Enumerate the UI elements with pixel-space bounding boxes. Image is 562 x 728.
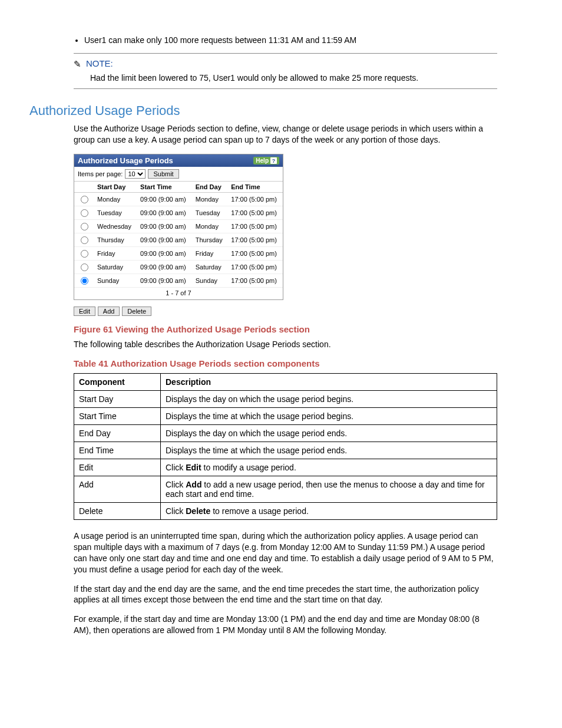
col-end-day: End Day [192, 182, 227, 193]
add-button[interactable]: Add [98, 307, 120, 316]
cell: Tuesday [94, 206, 137, 220]
cell: 09:00 (9:00 am) [137, 193, 192, 206]
help-link[interactable]: Help ? [253, 157, 279, 164]
cell: Thursday [192, 233, 227, 247]
cell: 09:00 (9:00 am) [137, 206, 192, 220]
intro-paragraph: Use the Authorize Usage Periods section … [74, 123, 497, 146]
component-cell: Start Time [74, 407, 161, 424]
items-per-page-select[interactable]: 10 [125, 169, 146, 179]
note-body: Had the limit been lowered to 75, User1 … [90, 73, 497, 83]
note-label: NOTE: [86, 58, 113, 68]
component-cell: Add [74, 476, 161, 502]
cell: 17:00 (5:00 pm) [227, 261, 283, 274]
description-cell: Click Add to add a new usage period, the… [161, 476, 497, 502]
help-icon: ? [270, 157, 277, 164]
table-row: End DayDisplays the day on which the usa… [74, 424, 497, 442]
paragraph-1: A usage period is an uninterrupted time … [74, 531, 497, 575]
cell: Monday [94, 193, 137, 206]
table-row: Monday09:00 (9:00 am)Monday17:00 (5:00 p… [74, 193, 283, 206]
widget-actions: Edit Add Delete [74, 306, 497, 316]
col-description: Description [161, 373, 497, 390]
component-cell: Delete [74, 502, 161, 519]
paragraph-3: For example, if the start day and time a… [74, 614, 497, 636]
cell: 09:00 (9:00 am) [137, 233, 192, 247]
widget-toolbar: Items per page: 10 Submit [74, 167, 283, 182]
table-row: AddClick Add to add a new usage period, … [74, 476, 497, 502]
usage-periods-table: Start Day Start Time End Day End Time Mo… [74, 182, 283, 288]
cell: 17:00 (5:00 pm) [227, 233, 283, 247]
following-paragraph: The following table describes the Author… [74, 339, 497, 350]
component-cell: End Day [74, 424, 161, 442]
description-cell: Click Edit to modify a usage period. [161, 459, 497, 476]
note-block: ✎ NOTE: Had the limit been lowered to 75… [74, 53, 497, 89]
table-row: Wednesday09:00 (9:00 am)Monday17:00 (5:0… [74, 220, 283, 233]
table-caption: Table 41 Authorization Usage Periods sec… [74, 358, 497, 368]
delete-button[interactable]: Delete [122, 307, 151, 316]
cell: Sunday [94, 274, 137, 288]
description-cell: Displays the day on which the usage peri… [161, 390, 497, 407]
cell: 17:00 (5:00 pm) [227, 274, 283, 288]
table-row: Start DayDisplays the day on which the u… [74, 390, 497, 407]
description-cell: Displays the time at which the usage per… [161, 442, 497, 459]
component-cell: Edit [74, 459, 161, 476]
section-heading: Authorized Usage Periods [29, 103, 497, 118]
description-cell: Displays the day on which the usage peri… [161, 424, 497, 442]
pager-text: 1 - 7 of 7 [74, 288, 283, 299]
row-radio[interactable] [81, 196, 88, 203]
edit-button[interactable]: Edit [74, 307, 95, 316]
bullet-list: User1 can make only 100 more requests be… [74, 35, 497, 45]
table-row: Thursday09:00 (9:00 am)Thursday17:00 (5:… [74, 233, 283, 247]
table-row: DeleteClick Delete to remove a usage per… [74, 502, 497, 519]
row-radio[interactable] [81, 263, 88, 271]
cell: 17:00 (5:00 pm) [227, 220, 283, 233]
cell: Saturday [192, 261, 227, 274]
paragraph-2: If the start day and the end day are the… [74, 584, 497, 606]
cell: 09:00 (9:00 am) [137, 247, 192, 261]
row-radio[interactable] [81, 209, 88, 217]
table-row: End TimeDisplays the time at which the u… [74, 442, 497, 459]
row-radio[interactable] [81, 250, 88, 258]
cell: Thursday [94, 233, 137, 247]
table-row: Start TimeDisplays the time at which the… [74, 407, 497, 424]
table-row: EditClick Edit to modify a usage period. [74, 459, 497, 476]
cell: Wednesday [94, 220, 137, 233]
help-label: Help [256, 157, 269, 164]
items-per-page-label: Items per page: [78, 170, 123, 177]
col-component: Component [74, 373, 161, 390]
table-row: Friday09:00 (9:00 am)Friday17:00 (5:00 p… [74, 247, 283, 261]
component-cell: Start Day [74, 390, 161, 407]
widget-title: Authorized Usage Periods [78, 156, 173, 165]
row-radio[interactable] [81, 223, 88, 230]
table-row: Sunday09:00 (9:00 am)Sunday17:00 (5:00 p… [74, 274, 283, 288]
cell: Friday [192, 247, 227, 261]
row-radio[interactable] [81, 236, 88, 244]
cell: Monday [192, 193, 227, 206]
cell: 17:00 (5:00 pm) [227, 206, 283, 220]
col-start-day: Start Day [94, 182, 137, 193]
bullet-item: User1 can make only 100 more requests be… [84, 35, 497, 45]
table-row: Tuesday09:00 (9:00 am)Tuesday17:00 (5:00… [74, 206, 283, 220]
cell: 17:00 (5:00 pm) [227, 247, 283, 261]
note-icon: ✎ [74, 59, 81, 70]
row-radio[interactable] [81, 277, 88, 285]
components-table: Component Description Start DayDisplays … [74, 373, 497, 520]
col-start-time: Start Time [137, 182, 192, 193]
cell: 09:00 (9:00 am) [137, 220, 192, 233]
cell: Saturday [94, 261, 137, 274]
usage-periods-widget: Authorized Usage Periods Help ? Items pe… [74, 154, 283, 300]
cell: Friday [94, 247, 137, 261]
cell: 17:00 (5:00 pm) [227, 193, 283, 206]
description-cell: Click Delete to remove a usage period. [161, 502, 497, 519]
cell: Monday [192, 220, 227, 233]
table-row: Saturday09:00 (9:00 am)Saturday17:00 (5:… [74, 261, 283, 274]
cell: 09:00 (9:00 am) [137, 274, 192, 288]
cell: 09:00 (9:00 am) [137, 261, 192, 274]
component-cell: End Time [74, 442, 161, 459]
submit-button[interactable]: Submit [148, 169, 178, 179]
col-end-time: End Time [227, 182, 283, 193]
cell: Tuesday [192, 206, 227, 220]
cell: Sunday [192, 274, 227, 288]
widget-header: Authorized Usage Periods Help ? [74, 154, 283, 167]
figure-caption: Figure 61 Viewing the Authorized Usage P… [74, 324, 497, 334]
description-cell: Displays the time at which the usage per… [161, 407, 497, 424]
